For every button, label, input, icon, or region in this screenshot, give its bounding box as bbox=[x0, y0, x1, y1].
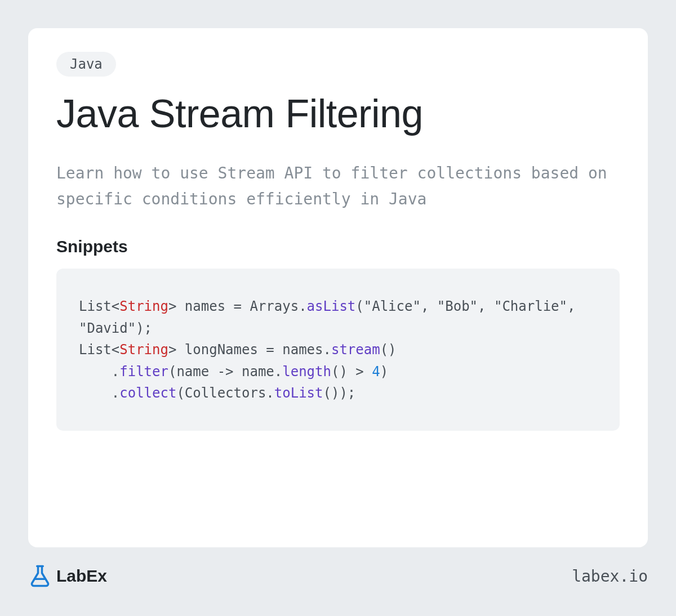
footer: LabEx labex.io bbox=[28, 547, 648, 588]
snippets-heading: Snippets bbox=[56, 237, 620, 256]
flask-icon bbox=[28, 564, 52, 588]
brand-logo: LabEx bbox=[28, 564, 107, 588]
brand-name: LabEx bbox=[56, 566, 107, 586]
site-url: labex.io bbox=[572, 567, 648, 586]
tutorial-description: Learn how to use Stream API to filter co… bbox=[56, 160, 620, 212]
code-snippet: List<String> names = Arrays.asList("Alic… bbox=[56, 269, 620, 431]
tutorial-card: Java Java Stream Filtering Learn how to … bbox=[28, 28, 648, 547]
language-tag: Java bbox=[56, 52, 116, 77]
page-title: Java Stream Filtering bbox=[56, 92, 620, 136]
